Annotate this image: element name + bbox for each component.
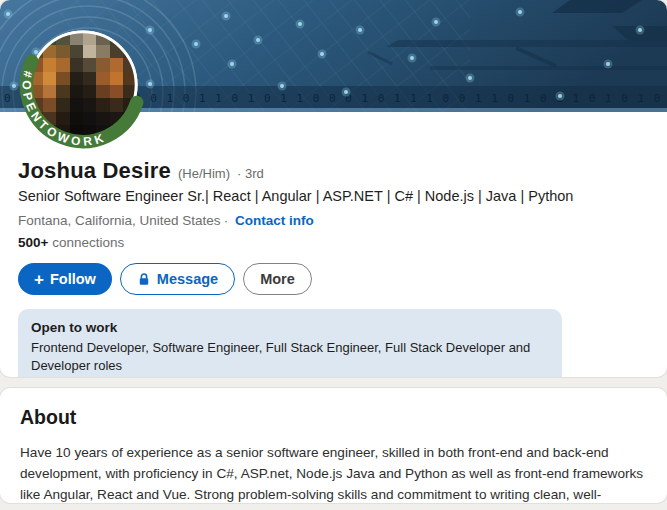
- open-to-work-title: Open to work: [31, 318, 549, 338]
- plus-icon: +: [34, 271, 44, 288]
- name-row: Joshua Desire (He/Him) · 3rd: [18, 158, 649, 184]
- about-card: About Have 10 years of experience as a s…: [0, 388, 667, 503]
- pronouns: (He/Him): [178, 166, 230, 181]
- location-text: Fontana, California, United States: [18, 213, 221, 228]
- contact-info-link[interactable]: Contact info: [235, 213, 314, 228]
- open-to-work-box: Open to work Frontend Developer, Softwar…: [18, 309, 562, 377]
- profile-name: Joshua Desire: [18, 158, 171, 184]
- profile-info: Joshua Desire (He/Him) · 3rd Senior Soft…: [18, 158, 649, 377]
- profile-headline: Senior Software Engineer Sr.| React | An…: [18, 188, 649, 204]
- about-section-title: About: [20, 406, 647, 429]
- connection-degree: · 3rd: [237, 166, 264, 181]
- lock-icon: [137, 272, 151, 287]
- message-button[interactable]: Message: [120, 263, 235, 295]
- action-button-row: + Follow Message More: [18, 263, 649, 295]
- profile-card: 0 1 0 1 1 0 1 0 0 0 1 0 1 1 0 1 0 1 1 0 …: [0, 0, 667, 377]
- open-to-work-roles: Frontend Developer, Software Engineer, F…: [31, 339, 549, 377]
- about-paragraph: Have 10 years of experience as a senior …: [20, 442, 647, 510]
- profile-photo[interactable]: #OPENTOWORK: [16, 18, 150, 152]
- more-button[interactable]: More: [243, 263, 312, 295]
- location-separator: ·: [224, 213, 229, 228]
- location-row: Fontana, California, United States· Cont…: [18, 213, 649, 228]
- connections-label: connections: [52, 235, 124, 250]
- connections-row[interactable]: 500+ connections: [18, 235, 649, 250]
- follow-button[interactable]: + Follow: [18, 263, 112, 295]
- connections-count: 500+: [18, 235, 48, 250]
